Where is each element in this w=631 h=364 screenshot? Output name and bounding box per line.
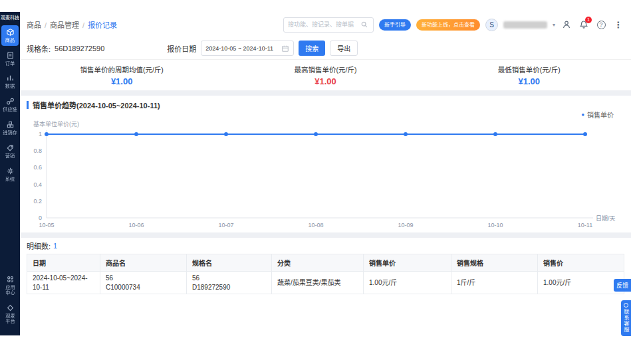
y-axis-label: 基本单位单价(元) [33,120,624,128]
sidebar: 观麦科技 商品 订单 数据 供应链 [0,12,20,335]
cell-sale-spec: 1斤/斤 [451,272,538,294]
svg-text:日期/天: 日期/天 [596,215,616,222]
avatar[interactable]: S [485,19,498,31]
stat-value: ¥1.00 [20,76,223,86]
stats-row: 销售单价的周期均值(元/斤) ¥1.00 最高销售单价(元/斤) ¥1.00 最… [20,60,631,90]
table-row[interactable]: 2024-10-05~2024-10-11 56 C10000734 56 D1… [27,272,624,294]
export-button[interactable]: 导出 [330,41,358,56]
cell-category: 蔬菜/茄果豆类/果茄类 [272,272,364,294]
cell-sale-price: 1.00元/斤 [538,272,624,294]
sidebar-bottom: 应用中心 观麦平台 [1,271,19,329]
detail-table: 日期 商品名 规格名 分类 销售单价 销售规格 销售价 2024-10-05~2… [27,254,624,294]
box-icon [6,28,15,37]
chevron-down-icon[interactable]: ▾ [553,22,555,28]
date-filter-group: 报价日期 2024-10-05 ~ 2024-10-11 搜索 导出 [167,41,358,56]
stat-label: 最低销售单价(元/斤) [428,64,631,74]
feedback-tab[interactable]: 反馈 [614,279,631,292]
search-input[interactable] [288,21,358,28]
notification-badge: 1 [585,17,592,23]
sidebar-item-platform[interactable]: 观麦平台 [1,301,19,327]
app-window: 观麦科技 商品 订单 数据 供应链 [0,12,631,335]
stat-max-price: 最高销售单价(元/斤) ¥1.00 [223,64,427,86]
sidebar-item-goods[interactable]: 商品 [1,25,19,46]
sidebar-item-supply-chain[interactable]: 供应链 [1,94,19,115]
svg-text:1: 1 [39,131,42,137]
title-accent-bar [27,101,29,109]
cell-unit-price: 1.00元/斤 [364,272,451,294]
chart-title-row: 销售单价趋势(2024-10-05~2024-10-11) [27,100,624,110]
search-button[interactable]: 搜索 [299,41,325,56]
cell-spec-name: 56 D189272590 [187,272,272,294]
svg-text:10-05: 10-05 [39,222,54,228]
table-header-row: 日期 商品名 规格名 分类 销售单价 销售规格 销售价 [27,254,624,272]
col-unit-price: 销售单价 [364,254,451,272]
filter-bar: 规格条: 56D189272590 报价日期 2024-10-05 ~ 2024… [20,37,631,60]
top-bar: 商品 商品管理 报价记录 新手引导 新功能上线，点击查看 S ▾ 1 [20,12,631,37]
sidebar-item-system[interactable]: 系统 [1,164,19,185]
legend-dot-icon: ● [581,112,584,118]
more-icon[interactable]: ⋮ [612,19,624,31]
stat-value: ¥1.00 [428,76,631,86]
svg-text:0.4: 0.4 [33,181,42,188]
breadcrumb-item-goods-management[interactable]: 商品管理 [41,19,79,30]
svg-text:0.6: 0.6 [33,164,42,171]
svg-text:10-08: 10-08 [308,222,323,228]
svg-text:10-10: 10-10 [487,222,503,228]
breadcrumb-item-goods[interactable]: 商品 [27,19,41,30]
date-range-input[interactable]: 2024-10-05 ~ 2024-10-11 [201,41,294,56]
customer-service-button[interactable]: 联系客服 [621,300,631,336]
detail-count-label: 明细数: [27,240,51,251]
col-spec-name: 规格名 [187,254,272,272]
col-sale-price: 销售价 [538,254,624,272]
document-icon [6,51,15,60]
col-date: 日期 [27,254,100,272]
sidebar-item-marketing[interactable]: 营销 [1,141,19,161]
svg-text:0.8: 0.8 [33,147,42,154]
sidebar-item-label: 系统 [5,177,15,182]
global-search[interactable] [283,17,374,33]
sidebar-item-app-center[interactable]: 应用中心 [1,272,19,299]
chart-legend[interactable]: ● 销售单价 [27,110,624,119]
service-label: 联系客服 [622,309,630,333]
svg-text:10-06: 10-06 [128,222,144,228]
date-label: 报价日期 [167,43,196,54]
spec-value: 56D189272590 [55,45,104,52]
col-sale-spec: 销售规格 [451,254,538,272]
calendar-icon [281,44,289,52]
svg-text:10-11: 10-11 [578,222,592,228]
date-range-value: 2024-10-05 ~ 2024-10-11 [205,45,273,52]
user-icon[interactable] [561,19,572,31]
help-icon[interactable]: ? [595,19,607,31]
sidebar-item-label: 营销 [5,153,15,159]
col-product-name: 商品名 [100,254,187,272]
col-category: 分类 [272,254,364,272]
spec-label: 规格条: [27,43,51,54]
app-logo: 观麦科技 [0,12,20,24]
sidebar-item-inventory[interactable]: 进销存 [1,118,19,138]
svg-text:0.2: 0.2 [33,198,42,205]
diamond-icon [6,304,15,312]
sidebar-item-orders[interactable]: 订单 [1,48,19,69]
main-area: 商品 商品管理 报价记录 新手引导 新功能上线，点击查看 S ▾ 1 [20,12,631,335]
link-icon [6,97,15,106]
promo-pill-button[interactable]: 新功能上线，点击查看 [416,19,480,31]
sidebar-item-label: 应用中心 [5,286,15,296]
stat-label: 销售单价的周期均值(元/斤) [20,64,223,74]
sidebar-item-label: 订单 [5,61,15,66]
sidebar-item-label: 观麦平台 [5,314,15,325]
guide-pill-button[interactable]: 新手引导 [379,19,411,31]
breadcrumb: 商品 商品管理 报价记录 [27,19,117,30]
stat-avg-price: 销售单价的周期均值(元/斤) ¥1.00 [20,64,223,86]
sidebar-item-data[interactable]: 数据 [1,71,19,92]
bar-chart-icon [6,74,15,82]
svg-text:10-07: 10-07 [218,222,233,228]
price-trend-chart: 10.80.60.40.2010-0510-0610-0710-0810-091… [27,128,624,232]
stat-min-price: 最低销售单价(元/斤) ¥1.00 [428,64,631,86]
stat-label: 最高销售单价(元/斤) [223,64,427,74]
section-divider [20,232,631,238]
service-icon [624,303,628,308]
search-icon[interactable] [360,21,369,29]
bell-icon[interactable]: 1 [578,19,590,31]
sidebar-item-label: 数据 [5,84,15,90]
sidebar-item-label: 进销存 [3,130,17,136]
